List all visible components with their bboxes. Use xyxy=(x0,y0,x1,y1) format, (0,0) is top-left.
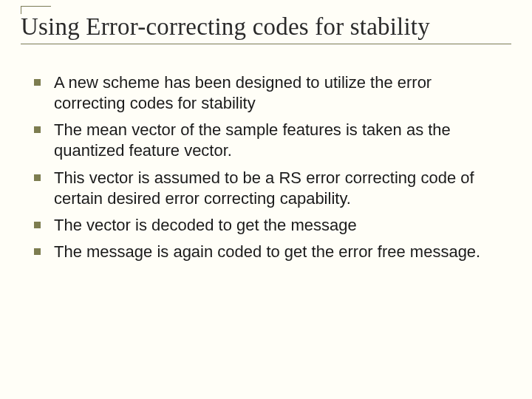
bullet-icon xyxy=(34,174,41,181)
list-item: This vector is assumed to be a RS error … xyxy=(34,168,498,209)
content-area: A new scheme has been designed to utiliz… xyxy=(21,72,511,262)
list-item: A new scheme has been designed to utiliz… xyxy=(34,72,498,114)
slide-title: Using Error-correcting codes for stabili… xyxy=(21,13,511,41)
bullet-text: The message is again coded to get the er… xyxy=(54,242,498,262)
bullet-icon xyxy=(34,126,41,133)
bullet-icon xyxy=(34,248,41,255)
bullet-text: The mean vector of the sample features i… xyxy=(54,120,498,161)
bullet-list: A new scheme has been designed to utiliz… xyxy=(34,72,498,262)
bullet-icon xyxy=(34,222,41,228)
bullet-icon xyxy=(34,79,41,86)
slide: Using Error-correcting codes for stabili… xyxy=(0,0,532,399)
bullet-text: This vector is assumed to be a RS error … xyxy=(54,168,498,209)
list-item: The message is again coded to get the er… xyxy=(34,242,498,262)
list-item: The vector is decoded to get the message xyxy=(34,215,498,236)
list-item: The mean vector of the sample features i… xyxy=(34,120,498,161)
bullet-text: A new scheme has been designed to utiliz… xyxy=(54,72,498,114)
bullet-text: The vector is decoded to get the message xyxy=(54,215,498,236)
title-container: Using Error-correcting codes for stabili… xyxy=(21,13,511,44)
